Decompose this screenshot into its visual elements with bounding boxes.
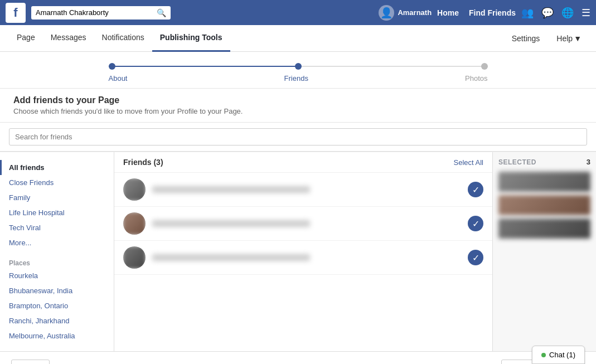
sidebar-item-life-line[interactable]: Life Line Hospital <box>0 205 114 220</box>
friend-select-checkbox[interactable]: ✓ <box>468 182 483 197</box>
progress-dot-photos <box>481 63 488 70</box>
secondary-nav: Page Messages Notifications Publishing T… <box>0 25 596 52</box>
friend-select-checkbox[interactable]: ✓ <box>468 216 483 231</box>
progress-labels: About Friends Photos <box>109 74 488 82</box>
sidebar-group-friends: All friends Close Friends Family Life Li… <box>0 158 114 253</box>
selected-avatar <box>498 172 590 192</box>
content-area: All friends Close Friends Family Life Li… <box>0 152 596 351</box>
selected-avatar <box>498 195 590 215</box>
friend-item: ✓ <box>114 207 492 241</box>
friends-search-input[interactable] <box>9 128 587 145</box>
tab-notifications[interactable]: Notifications <box>94 25 152 52</box>
sidebar-group-places: Places Rourkela Bhubaneswar, India Bramp… <box>0 253 114 346</box>
friend-avatar <box>123 178 146 201</box>
selected-panel: SELECTED 3 <box>493 152 596 351</box>
friend-item: ✓ <box>114 173 492 207</box>
friend-item: ✓ <box>114 241 492 275</box>
nav-right: Settings Help ▼ <box>506 31 587 46</box>
chevron-down-icon: ▼ <box>574 34 582 43</box>
friend-select-checkbox[interactable]: ✓ <box>468 250 483 265</box>
nav-home[interactable]: Home <box>437 8 459 17</box>
progress-dot-about <box>109 63 115 70</box>
friend-name <box>152 220 310 227</box>
selected-label: SELECTED <box>498 158 536 166</box>
fb-logo[interactable]: f <box>6 3 26 23</box>
chat-label: Chat (1) <box>549 351 575 359</box>
add-friends-description: Choose which friends you'd like to move … <box>13 107 583 115</box>
sidebar-item-ranchi[interactable]: Ranchi, Jharkhand <box>0 313 114 328</box>
selected-count: 3 <box>587 158 590 166</box>
add-friends-header: Add friends to your Page Choose which fr… <box>0 89 596 123</box>
friend-name <box>152 254 310 261</box>
sidebar-item-family[interactable]: Family <box>0 190 114 205</box>
search-bar: 🔍 <box>31 6 171 20</box>
menu-icon[interactable]: ☰ <box>582 7 590 19</box>
tab-publishing-tools[interactable]: Publishing Tools <box>152 25 230 52</box>
progress-label-photos: Photos <box>465 74 487 82</box>
back-button[interactable]: Back <box>11 360 50 364</box>
sidebar-item-tech-viral[interactable]: Tech Viral <box>0 220 114 235</box>
friends-panel: Friends (3) Select All ✓ ✓ <box>114 152 493 351</box>
places-section-label: Places <box>0 255 114 268</box>
friends-icon[interactable]: 👥 <box>521 7 534 19</box>
progress-bar <box>109 63 488 70</box>
sidebar-item-brampton[interactable]: Brampton, Ontario <box>0 298 114 313</box>
sidebar-item-melbourne[interactable]: Melbourne, Australia <box>0 328 114 343</box>
nav-links: Home Find Friends <box>437 8 516 17</box>
nav-username: Amarnath <box>398 8 432 17</box>
nav-user[interactable]: 👤 Amarnath <box>379 5 432 21</box>
friend-avatar <box>123 246 146 269</box>
progress-section: About Friends Photos <box>0 52 596 89</box>
friend-avatar <box>123 212 146 235</box>
tab-page[interactable]: Page <box>9 25 43 52</box>
friends-count: Friends (3) <box>123 158 163 167</box>
select-all-button[interactable]: Select All <box>454 158 483 167</box>
add-friends-title: Add friends to your Page <box>13 95 583 105</box>
chat-bubble[interactable]: Chat (1) <box>532 346 585 364</box>
footer-bar: Back Skip Next <box>0 351 596 364</box>
friends-header: Friends (3) Select All <box>114 152 492 173</box>
progress-label-friends: Friends <box>284 74 308 82</box>
left-sidebar: All friends Close Friends Family Life Li… <box>0 152 114 351</box>
top-nav: f 🔍 👤 Amarnath Home Find Friends 👥 💬 🌐 ☰ <box>0 0 596 25</box>
search-input[interactable] <box>36 8 157 17</box>
globe-icon[interactable]: 🌐 <box>561 7 574 19</box>
progress-label-about: About <box>109 74 128 82</box>
friend-name <box>152 186 310 193</box>
sidebar-item-more[interactable]: More... <box>0 235 114 250</box>
tab-messages[interactable]: Messages <box>43 25 94 52</box>
sidebar-item-close-friends[interactable]: Close Friends <box>0 175 114 190</box>
settings-button[interactable]: Settings <box>506 31 546 46</box>
nav-icons: 👥 💬 🌐 ☰ <box>521 7 590 19</box>
sidebar-item-rourkela[interactable]: Rourkela <box>0 268 114 283</box>
sidebar-item-bhubaneswar[interactable]: Bhubaneswar, India <box>0 283 114 298</box>
progress-line-fill <box>109 66 298 67</box>
friends-search-bar <box>0 123 596 152</box>
messages-icon[interactable]: 💬 <box>541 7 554 19</box>
chat-online-dot <box>541 353 546 357</box>
sidebar-item-all-friends[interactable]: All friends <box>0 160 114 175</box>
avatar: 👤 <box>379 5 394 21</box>
search-icon[interactable]: 🔍 <box>157 8 166 17</box>
selected-avatar <box>498 219 590 239</box>
nav-find-friends[interactable]: Find Friends <box>469 8 516 17</box>
progress-dot-friends <box>295 63 302 70</box>
selected-header: SELECTED 3 <box>498 158 590 166</box>
help-button[interactable]: Help ▼ <box>551 31 587 46</box>
